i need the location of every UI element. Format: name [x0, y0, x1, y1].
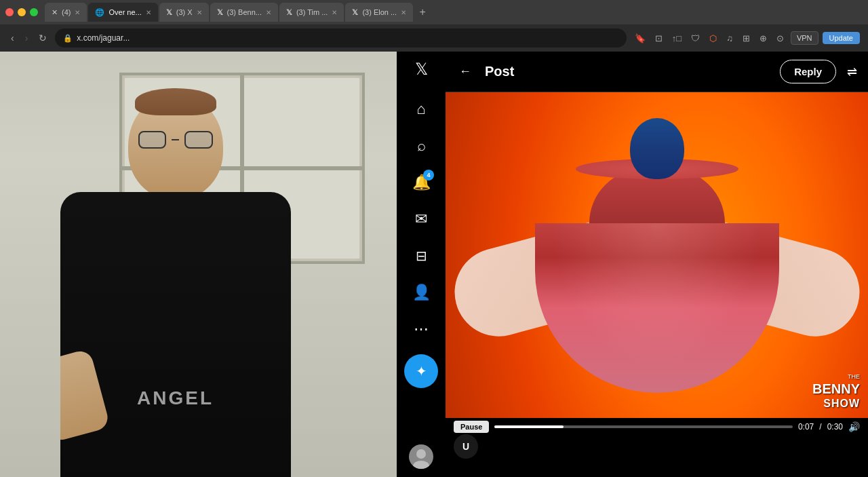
tab-close-5[interactable]: ✕: [332, 9, 337, 16]
close-window-button[interactable]: [5, 8, 14, 16]
watermark-show: SHOW: [812, 397, 860, 410]
tab-favicon-6: 𝕏: [352, 8, 358, 17]
compose-button[interactable]: ✦: [404, 354, 438, 388]
avatar-image: [409, 444, 433, 469]
person-glasses: [138, 131, 213, 149]
person-head: [128, 94, 223, 199]
url-bar[interactable]: 🔒 x.com/jaguar...: [55, 28, 626, 47]
browser-tab-2[interactable]: 🌐 Over ne... ✕: [88, 3, 157, 22]
sidebar-item-messages[interactable]: ✉: [404, 202, 438, 236]
tab-label-3: (3) X: [176, 8, 193, 16]
settings-icon[interactable]: ⇌: [847, 64, 857, 79]
maximize-window-button[interactable]: [30, 8, 38, 16]
progress-bar-container: Pause 0:07 / 0:30 🔊: [454, 421, 860, 433]
extensions-icon[interactable]: ⊕: [757, 31, 770, 46]
tab-close-6[interactable]: ✕: [401, 9, 406, 16]
sidebar-item-bookmarks[interactable]: ⊟: [404, 239, 438, 273]
vpn-badge[interactable]: VPN: [791, 31, 818, 45]
figure-head: [630, 118, 684, 179]
user-avatar[interactable]: [409, 444, 433, 469]
sidebar-item-profile[interactable]: 👤: [404, 275, 438, 309]
person-hair: [135, 88, 216, 115]
browser-tab-6[interactable]: 𝕏 (3) Elon ... ✕: [345, 3, 413, 22]
sidebar-item-search[interactable]: ⌕: [404, 129, 438, 163]
current-time: 0:07: [798, 422, 814, 432]
tab-label-4: (3) Benn...: [227, 8, 262, 16]
update-badge[interactable]: Update: [823, 32, 860, 44]
svg-point-1: [416, 449, 426, 459]
post-scrollable-content[interactable]: THE BENNY SHOW Pause 0:07: [446, 92, 868, 477]
extension-icon: ⬡: [707, 31, 719, 46]
video-controls-bar: Pause 0:07 / 0:30 🔊 U: [446, 418, 868, 460]
pause-label[interactable]: Pause: [454, 421, 489, 433]
new-tab-button[interactable]: +: [414, 4, 431, 20]
home-icon: ⌂: [416, 100, 425, 118]
glass-right: [184, 131, 212, 149]
tab-favicon-2: 🌐: [95, 8, 104, 17]
x-logo[interactable]: 𝕏: [415, 60, 428, 79]
webcam-area: ANGEL: [0, 52, 397, 477]
webcam-scene: ANGEL: [0, 52, 397, 477]
figure-dress: [535, 223, 779, 393]
benny-show-watermark: THE BENNY SHOW: [812, 373, 860, 410]
tab-bar: ✕ (4) ✕ 🌐 Over ne... ✕ 𝕏 (3) X ✕ 𝕏 (3) B…: [0, 0, 868, 24]
video-progress-bar[interactable]: [494, 425, 793, 428]
search-icon: ⌕: [417, 137, 426, 155]
tab-favicon-1: ✕: [52, 8, 58, 17]
pause-btn-container: Pause: [454, 421, 489, 433]
main-content: ANGEL 𝕏 ⌂ ⌕ 🔔 4 ✉ ⊟ 👤: [0, 52, 868, 477]
address-bar: ‹ › ↻ 🔒 x.com/jaguar... 🔖 ⊡ ↑□ 🛡 ⬡ ♫ ⊞ ⊕…: [0, 24, 868, 52]
browser-tab-5[interactable]: 𝕏 (3) Tim ... ✕: [279, 3, 344, 22]
share-icon[interactable]: ↑□: [669, 31, 684, 46]
controls-row: U: [454, 434, 860, 459]
tab-close-2[interactable]: ✕: [146, 9, 151, 16]
tab-close-4[interactable]: ✕: [266, 9, 271, 16]
browser-tab-3[interactable]: 𝕏 (3) X ✕: [159, 3, 209, 22]
sidebar-item-home[interactable]: ⌂: [404, 92, 438, 126]
tab-label-1: (4): [62, 8, 71, 16]
profile-icon[interactable]: ⊙: [774, 31, 787, 46]
tab-favicon-3: 𝕏: [166, 8, 172, 17]
tab-close-1[interactable]: ✕: [75, 9, 80, 16]
reply-button[interactable]: Reply: [780, 60, 836, 83]
figure-container: [446, 92, 868, 418]
refresh-button[interactable]: ↻: [36, 30, 50, 46]
sidebar-item-more[interactable]: ⋯: [404, 312, 438, 346]
x-post-content: ← Post Reply ⇌: [446, 52, 868, 477]
tab-close-3[interactable]: ✕: [197, 9, 202, 16]
post-header: ← Post Reply ⇌: [446, 52, 868, 92]
watermark-the: THE: [812, 373, 860, 381]
music-icon[interactable]: ♫: [724, 31, 736, 46]
glass-left: [138, 131, 166, 149]
dress-highlight: [535, 223, 779, 393]
figure-body: [535, 118, 779, 393]
tab-groups-icon[interactable]: ⊞: [740, 31, 753, 46]
control-button-u[interactable]: U: [454, 434, 478, 459]
compose-icon: ✦: [416, 363, 427, 379]
glasses-bridge: [172, 139, 179, 141]
tabs-container: ✕ (4) ✕ 🌐 Over ne... ✕ 𝕏 (3) X ✕ 𝕏 (3) B…: [45, 3, 863, 22]
jaguar-ad-image: THE BENNY SHOW: [446, 92, 868, 418]
ellipsis-icon: ⋯: [414, 320, 429, 338]
reader-mode-icon[interactable]: ⊡: [652, 31, 665, 46]
watermark-benny: BENNY: [812, 381, 860, 397]
post-media-wrapper: THE BENNY SHOW Pause 0:07: [446, 92, 868, 460]
back-button[interactable]: ←: [456, 62, 474, 81]
browser-chrome: ✕ (4) ✕ 🌐 Over ne... ✕ 𝕏 (3) X ✕ 𝕏 (3) B…: [0, 0, 868, 52]
person-body: ANGEL: [60, 192, 291, 477]
browser-tab-1[interactable]: ✕ (4) ✕: [45, 3, 87, 22]
volume-icon[interactable]: 🔊: [848, 421, 860, 432]
forward-button[interactable]: ›: [22, 30, 31, 46]
back-button[interactable]: ‹: [8, 30, 17, 46]
bookmark-icon[interactable]: 🔖: [632, 31, 648, 46]
minimize-window-button[interactable]: [18, 8, 26, 16]
toolbar-right: 🔖 ⊡ ↑□ 🛡 ⬡ ♫ ⊞ ⊕ ⊙ VPN Update: [632, 31, 860, 46]
browser-tab-4[interactable]: 𝕏 (3) Benn... ✕: [210, 3, 278, 22]
traffic-lights: [5, 8, 38, 16]
sidebar-item-notifications[interactable]: 🔔 4: [404, 166, 438, 199]
lock-icon: 🔒: [63, 34, 73, 43]
person-hand: [60, 348, 111, 442]
tab-label-2: Over ne...: [108, 8, 141, 16]
bookmark-icon: ⊟: [416, 248, 427, 264]
notification-count-badge: 4: [423, 170, 434, 180]
